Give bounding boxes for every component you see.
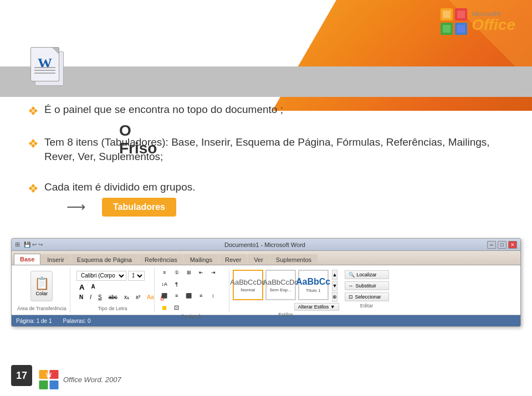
sort-button[interactable]: ↕A <box>159 279 170 289</box>
clipboard-label: Área de Transferência <box>17 305 66 311</box>
svg-rect-10 <box>39 380 48 389</box>
edit-label: Editar <box>360 302 374 308</box>
ribbon-group-clipboard: 📋 Colar Área de Transferência <box>14 268 70 312</box>
status-words: Palavras: 0 <box>63 318 91 324</box>
tab-rever[interactable]: Rever <box>219 254 247 265</box>
office-text-area: Microsoft® Office <box>472 11 515 33</box>
svg-rect-7 <box>457 25 465 33</box>
style-semEsp-label: Sem Esp... <box>270 287 291 292</box>
slide-number: 17 <box>11 365 32 386</box>
ribbon-group-font: Calibri (Corpo) 11 A A N I S ab <box>71 268 155 312</box>
style-semEsp-box[interactable]: AaBbCcDc Sem Esp... <box>265 270 296 300</box>
line-spacing-button[interactable]: ↕ <box>208 291 219 301</box>
doc-corner <box>52 48 59 54</box>
underline-button[interactable]: S <box>95 293 105 302</box>
font-row2: N I S abc x₁ x² Aa A <box>76 293 149 302</box>
close-button[interactable]: ✕ <box>508 241 517 249</box>
restore-button[interactable]: □ <box>498 241 507 249</box>
align-left-button[interactable]: ⬛ <box>159 291 170 301</box>
align-right-button[interactable]: ⬛ <box>183 291 195 301</box>
bottom-logo-text: Office Word. 2007 <box>63 376 121 384</box>
tab-mailings[interactable]: Mailings <box>184 254 218 265</box>
shading-button[interactable]: ◼ <box>159 302 170 312</box>
word-document-icon: W <box>30 47 69 91</box>
replace-button[interactable]: ↔ Substituir <box>345 281 389 290</box>
doc-line <box>34 73 55 74</box>
multilevel-button[interactable]: ⊞ <box>183 268 195 277</box>
find-button[interactable]: 🔍 Localizar <box>345 270 389 279</box>
bullet-text-3: Cada item é dividido em grupos. <box>44 181 195 193</box>
save-icon[interactable]: 💾 <box>24 241 30 248</box>
styles-group-footer: Alterar Estilos ▼ <box>233 303 339 311</box>
strikethrough-button[interactable]: abc <box>106 293 120 302</box>
bottom-office-logo: W Office Word. 2007 <box>38 370 121 389</box>
style-normal-label: Normal <box>241 287 255 292</box>
styles-row: AaBbCcDc Normal AaBbCcDc Sem Esp... AaBb… <box>233 270 338 302</box>
font-name-select[interactable]: Calibri (Corpo) <box>76 271 126 281</box>
align-center-button[interactable]: ≡ <box>171 291 182 301</box>
titlebar-left: ⊞ 💾 ↩ ↪ <box>15 241 43 248</box>
change-styles-btn[interactable]: Alterar Estilos ▼ <box>294 303 339 311</box>
doc-lines <box>34 67 55 75</box>
redo-icon[interactable]: ↪ <box>38 241 43 248</box>
paste-button[interactable]: 📋 Colar <box>30 271 53 301</box>
font-shrink-button[interactable]: A <box>88 282 98 291</box>
tab-base[interactable]: Base <box>14 254 40 265</box>
minimize-button[interactable]: ─ <box>487 241 496 249</box>
tab-ver[interactable]: Ver <box>248 254 269 265</box>
diamond-icon-3: ❖ <box>28 181 39 197</box>
tab-suplementos[interactable]: Suplementos <box>270 254 318 265</box>
style-normal-box[interactable]: AaBbCcDc Normal <box>233 270 263 300</box>
ribbon-tabbar: Base Inserir Esquema de Página Referênci… <box>12 251 520 265</box>
style-titulo1-box[interactable]: AaBbCc Título 1 <box>298 270 329 300</box>
office-button-icon[interactable]: ⊞ <box>15 241 20 248</box>
svg-rect-6 <box>443 25 451 33</box>
bottom-office-icon: W <box>38 370 60 389</box>
styles-label: Estilos <box>233 311 339 317</box>
word-icon-area: W O Friso <box>30 47 80 91</box>
bullet-text-1: É o painel que se encontra no topo do do… <box>44 102 283 117</box>
office-logo-icon <box>441 8 467 35</box>
text-effect-button[interactable]: Aa <box>144 293 156 302</box>
status-page: Página: 1 de 1 <box>16 318 52 324</box>
office-logo: Microsoft® Office <box>441 8 515 35</box>
select-button[interactable]: ⊡ Seleccionar <box>345 292 389 301</box>
ribbon-group-paragraph: ≡ ① ⊞ ⇤ ⇥ ↕A ¶ ⬛ ≡ ⬛ ≡ ↕ <box>156 268 229 312</box>
italic-button[interactable]: I <box>87 293 94 302</box>
svg-rect-5 <box>457 11 465 18</box>
font-grow-button[interactable]: A <box>76 282 87 291</box>
paste-label: Colar <box>36 291 48 296</box>
paragraph-label: Parágrafo <box>181 312 203 319</box>
borders-button[interactable]: ⊡ <box>171 302 182 312</box>
tab-referencias[interactable]: Referências <box>139 254 183 265</box>
styles-scroll-up[interactable]: ▲ <box>332 270 338 280</box>
bold-button[interactable]: N <box>76 293 86 302</box>
subscript-button[interactable]: x₁ <box>121 293 132 302</box>
superscript-button[interactable]: x² <box>133 293 143 302</box>
titlebar: ⊞ 💾 ↩ ↪ Documento1 - Microsoft Word ─ □ … <box>12 239 520 251</box>
tab-esquema[interactable]: Esquema de Página <box>71 254 138 265</box>
change-styles-button[interactable]: ⊕ <box>332 292 338 302</box>
para-row3: ⬛ ≡ ⬛ ≡ ↕ <box>159 291 226 301</box>
para-row2: ↕A ¶ <box>159 279 226 289</box>
font-size-select[interactable]: 11 <box>128 271 145 281</box>
bullet-item-1: ❖ É o painel que se encontra no topo do … <box>28 102 504 120</box>
show-para-button[interactable]: ¶ <box>171 279 182 289</box>
main-content: ❖ É o painel que se encontra no topo do … <box>28 102 504 232</box>
ribbon-toolbar: 📋 Colar Área de Transferência Calibri (C… <box>12 265 520 315</box>
para-row1: ≡ ① ⊞ ⇤ ⇥ <box>159 268 226 277</box>
increase-indent-button[interactable]: ⇥ <box>208 268 219 277</box>
decrease-indent-button[interactable]: ⇤ <box>196 268 207 277</box>
undo-icon[interactable]: ↩ <box>32 241 37 248</box>
svg-rect-4 <box>443 11 451 18</box>
doc-line <box>34 70 55 71</box>
svg-rect-11 <box>49 380 58 389</box>
font-label: Tipo de Letra <box>98 305 127 311</box>
numbering-button[interactable]: ① <box>171 268 182 277</box>
tab-inserir[interactable]: Inserir <box>41 254 70 265</box>
justify-button[interactable]: ≡ <box>196 291 207 301</box>
bullet-item-3: ❖ Cada item é dividido em grupos. ⟶ Tabu… <box>28 180 504 217</box>
svg-text:W: W <box>46 372 52 378</box>
styles-scroll-down[interactable]: ▼ <box>332 281 338 291</box>
bullets-button[interactable]: ≡ <box>159 268 170 277</box>
